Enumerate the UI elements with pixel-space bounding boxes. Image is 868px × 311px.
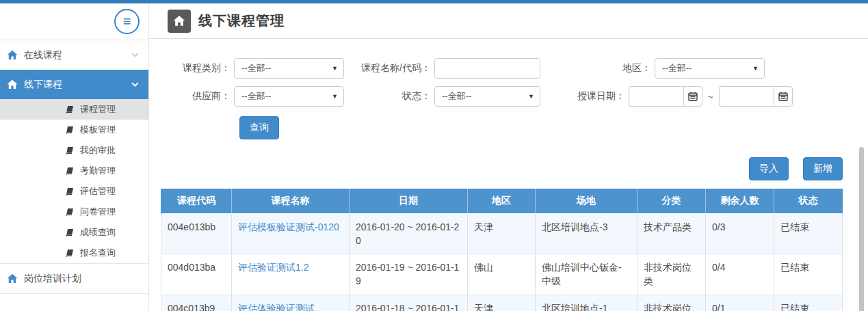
sidebar-item-label: 模板管理 [80,124,116,136]
sidebar: ≡ 在线课程 线下课程 [0,3,149,311]
sidebar-item-label: 评估管理 [80,185,116,198]
menu-toggle-button[interactable]: ≡ [114,9,140,34]
region-label: 地区： [540,62,655,75]
sidebar-item-attendance-management[interactable]: 考勤管理 [0,161,148,181]
cell-date: 2016-01-20 ~ 2016-01-20 [350,213,468,254]
sidebar-nav: 在线课程 线下课程 课程管理 [0,40,148,294]
table-row: 004e013bb 评估模板验证测试-0120 2016-01-20 ~ 201… [161,213,843,254]
col-header-date: 日期 [350,189,468,213]
home-icon [7,50,18,60]
supplier-select-value: --全部-- [241,90,271,103]
page-header: 线下课程管理 [149,3,868,39]
cell-region: 佛山 [468,254,536,295]
page-title: 线下课程管理 [198,12,285,30]
cell-date: 2016-01-19 ~ 2016-01-19 [350,254,468,295]
date-range-separator: ~ [708,92,713,102]
select-arrow-icon: ▼ [752,65,759,72]
sidebar-item-label: 我的审批 [80,144,116,157]
sidebar-item-job-training-plan[interactable]: 岗位培训计划 [0,264,148,293]
col-header-region: 地区 [468,189,536,213]
import-button[interactable]: 导入 [749,157,789,180]
search-button[interactable]: 查询 [239,116,279,139]
book-icon [65,167,75,176]
book-icon [65,105,75,114]
course-name-label: 课程名称/代码： [344,62,434,75]
cell-date: 2016-01-18 ~ 2016-01-18 [350,295,468,311]
filter-row-2: 供应商： --全部-- ▼ 状态： --全部-- ▼ 授课日期： ~ [149,86,868,107]
region-select-value: --全部-- [662,62,692,75]
chevron-down-icon [131,53,139,57]
category-select[interactable]: --全部-- ▼ [234,58,344,79]
book-icon [65,146,75,155]
course-name-input[interactable] [434,58,540,79]
cell-status: 已结束 [774,254,843,295]
cell-category: 技术产品类 [637,213,706,254]
filter-row-1: 课程类别： --全部-- ▼ 课程名称/代码： 地区： --全部-- ▼ [149,58,868,79]
book-icon [65,187,75,196]
status-label: 状态： [344,90,434,103]
supplier-label: 供应商： [149,90,234,103]
cell-status: 已结束 [774,295,843,311]
table-row: 004d013ba 评估验证测试1.2 2016-01-19 ~ 2016-01… [161,254,843,295]
date-to-input[interactable] [719,86,774,107]
sidebar-item-label: 岗位培训计划 [24,273,81,285]
book-icon [65,228,75,237]
search-button-row: 查询 [239,116,868,139]
sidebar-item-my-approvals[interactable]: 我的审批 [0,140,148,161]
book-icon [65,126,75,135]
app-layout: ≡ 在线课程 线下课程 [0,3,868,311]
home-badge-icon [168,10,191,33]
course-name-link[interactable]: 评估模板验证测试-0120 [238,221,339,232]
status-select-value: --全部-- [442,90,471,103]
sidebar-item-label: 课程管理 [80,103,116,116]
cell-name: 评估模板验证测试-0120 [232,213,350,254]
cell-code: 004e013bb [161,213,232,254]
cell-code: 004c013b9 [161,295,232,311]
course-table: 课程代码 课程名称 日期 地区 场地 分类 剩余人数 状态 004e013bb … [161,189,843,311]
sidebar-item-offline-courses[interactable]: 线下课程 [0,70,148,99]
home-icon [7,273,18,284]
calendar-icon[interactable] [774,86,793,107]
sidebar-item-label: 在线课程 [24,49,62,62]
book-icon [65,249,75,258]
status-select[interactable]: --全部-- ▼ [434,86,540,107]
col-header-status: 状态 [774,189,843,213]
course-name-link[interactable]: 评估体验验证测试 [238,303,315,311]
region-select[interactable]: --全部-- ▼ [655,58,765,79]
course-date-label: 授课日期： [540,90,629,103]
col-header-name: 课程名称 [232,189,350,213]
sidebar-top: ≡ [0,3,148,40]
col-header-category: 分类 [637,189,706,213]
date-from-input[interactable] [629,86,683,107]
calendar-icon[interactable] [683,86,702,107]
sidebar-item-online-courses[interactable]: 在线课程 [0,40,148,70]
cell-name: 评估体验验证测试 [232,295,350,311]
select-arrow-icon: ▼ [528,93,534,100]
sidebar-item-survey-management[interactable]: 问卷管理 [0,202,148,222]
sidebar-item-evaluation-management[interactable]: 评估管理 [0,181,148,202]
course-name-link[interactable]: 评估验证测试1.2 [238,262,308,273]
cell-remaining: 0/3 [706,213,774,254]
sidebar-item-label: 成绩查询 [80,226,116,239]
select-arrow-icon: ▼ [332,93,338,100]
hamburger-icon: ≡ [123,14,131,29]
table-actions: 导入 新增 [149,157,843,180]
sidebar-item-label: 问卷管理 [80,206,116,218]
sidebar-item-registration-query[interactable]: 报名查询 [0,243,148,263]
date-from-group [629,86,702,107]
filter-form: 课程类别： --全部-- ▼ 课程名称/代码： 地区： --全部-- ▼ 供应商… [149,58,868,139]
cell-region: 天津 [468,295,536,311]
sidebar-item-label: 考勤管理 [80,165,116,177]
sidebar-item-score-query[interactable]: 成绩查询 [0,222,148,243]
category-select-value: --全部-- [241,62,271,75]
cell-venue: 北区培训地点-3 [536,213,637,254]
vertical-scrollbar-thumb[interactable] [859,147,864,311]
sidebar-item-template-management[interactable]: 模板管理 [0,120,148,140]
cell-name: 评估验证测试1.2 [232,254,350,295]
select-arrow-icon: ▼ [332,65,338,72]
main-content: 线下课程管理 课程类别： --全部-- ▼ 课程名称/代码： 地区： --全部-… [149,3,868,311]
supplier-select[interactable]: --全部-- ▼ [234,86,344,107]
add-button[interactable]: 新增 [803,157,843,180]
sidebar-item-course-management[interactable]: 课程管理 [0,99,148,120]
cell-remaining: 0/1 [706,295,774,311]
